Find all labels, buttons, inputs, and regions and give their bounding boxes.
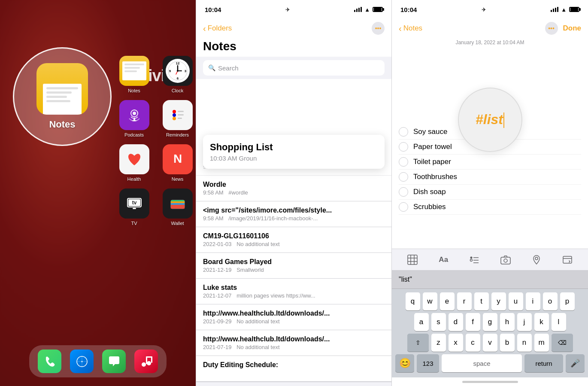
checkbox-5[interactable] xyxy=(399,202,408,212)
app-item-reminders[interactable]: Reminders xyxy=(159,100,196,137)
autocomplete-suggestion[interactable]: "list" xyxy=(399,276,412,283)
note-item-6[interactable]: http://www.healthclub.ltd/downloads/... … xyxy=(196,304,391,330)
search-bar[interactable]: 🔍 Search xyxy=(203,60,385,76)
podcasts-icon xyxy=(119,100,149,130)
note-time-6: 2021-09-29 xyxy=(203,318,232,325)
note-item-1[interactable]: Wordle 9:58 AM #wordle xyxy=(196,176,391,201)
status-icons-2: ▲ xyxy=(354,6,383,13)
key-v[interactable]: v xyxy=(483,334,497,352)
svg-point-53 xyxy=(535,257,538,260)
tv-icon: tv xyxy=(119,188,149,219)
key-n[interactable]: n xyxy=(517,334,532,352)
key-y[interactable]: y xyxy=(491,292,506,310)
key-x[interactable]: x xyxy=(449,334,463,352)
svg-text:6: 6 xyxy=(176,76,179,80)
checkbox-3[interactable] xyxy=(399,172,408,182)
key-a[interactable]: a xyxy=(414,313,429,331)
key-c[interactable]: c xyxy=(466,334,480,352)
key-g[interactable]: g xyxy=(483,313,497,331)
key-e[interactable]: e xyxy=(440,292,455,310)
battery-icon-2 xyxy=(373,7,383,12)
more-options-button[interactable]: ••• xyxy=(372,22,385,35)
note-item-3[interactable]: CM19-GLG11601106 2022-01-03 No additiona… xyxy=(196,227,391,253)
note-item-8[interactable]: Duty Editing Schedule: xyxy=(196,356,391,382)
note-item-7[interactable]: http://www.healthclub.ltd/downloads/... … xyxy=(196,330,391,356)
checkbox-1[interactable] xyxy=(399,142,408,152)
checkbox-2[interactable] xyxy=(399,157,408,167)
app-label-health: Health xyxy=(127,176,141,182)
note-item-5[interactable]: Luke stats 2021-12-07 million pages view… xyxy=(196,279,391,304)
key-f[interactable]: f xyxy=(466,313,480,331)
signal-bar-3 xyxy=(358,8,360,12)
note-item-2[interactable]: <img src="/sites/imore.com/files/style..… xyxy=(196,201,391,227)
checklist-item-5[interactable]: Scrubbies xyxy=(399,200,581,215)
dock xyxy=(29,345,167,377)
emoji-key[interactable]: 😊 xyxy=(395,354,414,372)
key-l[interactable]: l xyxy=(552,313,566,331)
shift-key[interactable]: ⇧ xyxy=(407,334,429,352)
app-item-podcasts[interactable]: Podcasts xyxy=(116,100,152,137)
app-item-news[interactable]: N News xyxy=(159,144,196,182)
battery-fill-3 xyxy=(570,8,578,11)
key-z[interactable]: z xyxy=(431,334,446,352)
app-item-tv[interactable]: tv TV xyxy=(116,188,152,226)
key-w[interactable]: w xyxy=(423,292,437,310)
key-k[interactable]: k xyxy=(534,313,549,331)
key-o[interactable]: o xyxy=(543,292,558,310)
detail-nav-bar: ‹ Notes ••• Done xyxy=(392,19,588,38)
note-preview-6: No additional text xyxy=(236,318,279,325)
key-u[interactable]: u xyxy=(509,292,523,310)
space-key[interactable]: space xyxy=(442,354,522,372)
checkbox-0[interactable] xyxy=(399,127,408,137)
note-item-title-6: http://www.healthclub.ltd/downloads/... xyxy=(203,310,385,317)
key-t[interactable]: t xyxy=(474,292,489,310)
dock-messages[interactable] xyxy=(102,350,126,373)
done-button[interactable]: Done xyxy=(563,24,582,33)
status-time-2: 10:04 xyxy=(205,6,221,13)
spotlight-card[interactable]: Shopping List 10:03 AM Groun xyxy=(203,135,385,169)
delete-key[interactable]: ⌫ xyxy=(552,334,573,352)
list-button[interactable] xyxy=(467,252,482,267)
checklist-item-3[interactable]: Toothbrushes xyxy=(399,170,581,185)
numbers-key[interactable]: 123 xyxy=(417,354,439,372)
key-m[interactable]: m xyxy=(534,334,549,352)
key-p[interactable]: p xyxy=(560,292,575,310)
table-button[interactable] xyxy=(405,252,420,267)
app-item-wallet[interactable]: Wallet xyxy=(159,188,196,226)
dock-safari[interactable] xyxy=(70,350,94,373)
microphone-key[interactable]: 🎤 xyxy=(566,354,585,372)
dock-music[interactable] xyxy=(134,350,158,373)
key-q[interactable]: q xyxy=(406,292,420,310)
notes-footer: ✳ 10 Notes xyxy=(196,382,391,386)
key-h[interactable]: h xyxy=(500,313,515,331)
checklist-item-4[interactable]: Dish soap xyxy=(399,185,581,200)
checklist-item-2[interactable]: Toilet paper xyxy=(399,155,581,170)
app-item-health[interactable]: Health xyxy=(116,144,152,182)
key-d[interactable]: d xyxy=(449,313,463,331)
key-s[interactable]: s xyxy=(431,313,446,331)
news-icon: N xyxy=(163,144,193,174)
notes-title-area: Notes xyxy=(196,38,391,57)
note-item-4[interactable]: Board Games Played 2021-12-19 Smallworld xyxy=(196,253,391,279)
location-button[interactable] xyxy=(529,252,544,267)
key-j[interactable]: j xyxy=(517,313,532,331)
key-r[interactable]: r xyxy=(457,292,472,310)
return-key[interactable]: return xyxy=(524,354,563,372)
close-keyboard-button[interactable] xyxy=(560,252,575,267)
nav-back-button[interactable]: ‹ Folders xyxy=(203,24,232,33)
keyboard-row-2: a s d f g h j k l xyxy=(394,313,586,331)
app-item-notes[interactable]: Notes xyxy=(116,56,152,93)
checklist-text-0: Soy sauce xyxy=(413,128,447,136)
checkbox-4[interactable] xyxy=(399,187,408,197)
detail-more-button[interactable]: ••• xyxy=(545,22,558,35)
app-item-clock[interactable]: 12 3 6 9 Clock xyxy=(159,56,196,93)
camera-button[interactable] xyxy=(498,252,513,267)
dock-phone[interactable] xyxy=(38,350,61,373)
key-b[interactable]: b xyxy=(500,334,515,352)
key-i[interactable]: i xyxy=(526,292,540,310)
detail-back-button[interactable]: ‹ Notes xyxy=(399,24,422,33)
format-button[interactable]: Aa xyxy=(436,252,451,267)
panel-note-detail: 10:04 ✈ ▲ ‹ Notes ••• Done J xyxy=(392,0,588,386)
notes-app-large-circle[interactable]: Notes xyxy=(13,47,112,146)
search-icon: 🔍 xyxy=(208,64,215,71)
